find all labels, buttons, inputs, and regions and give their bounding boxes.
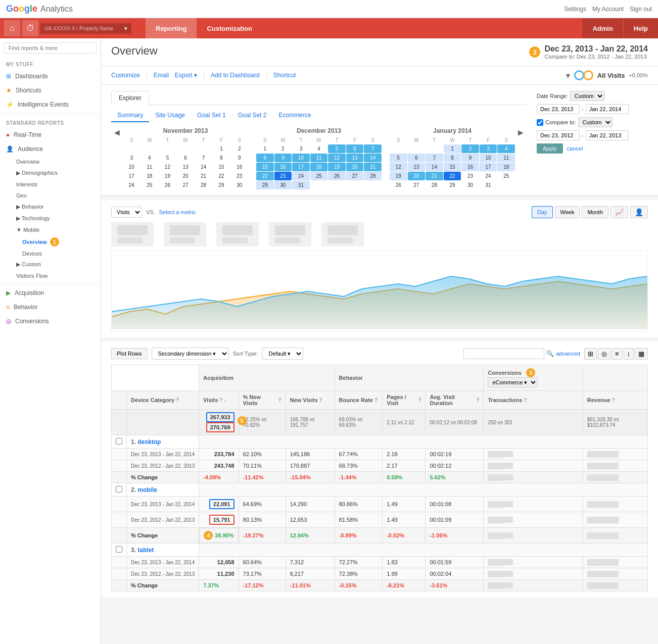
- table-search-input[interactable]: [463, 348, 544, 359]
- dr-end-input-2[interactable]: [586, 130, 629, 140]
- sidebar-subitem-geo[interactable]: Geo: [0, 190, 101, 201]
- device-help-icon[interactable]: ?: [176, 398, 179, 403]
- my-account-link[interactable]: My Account: [592, 6, 624, 13]
- dr-end-input-1[interactable]: [586, 104, 629, 114]
- new-visits-help-icon[interactable]: ?: [319, 398, 322, 403]
- grid-icon: ⊞: [6, 73, 11, 80]
- sidebar-subitem-technology[interactable]: ▶ Technology: [0, 213, 101, 224]
- dr-start-input-1[interactable]: [537, 104, 580, 114]
- dr-range-label: Date Range:: [537, 93, 568, 99]
- customization-tab[interactable]: Customization: [197, 18, 262, 38]
- day-btn[interactable]: Day: [532, 206, 553, 218]
- admin-btn[interactable]: Admin: [582, 18, 623, 38]
- report-tab-goal2[interactable]: Goal Set 2: [232, 109, 273, 122]
- settings-link[interactable]: Settings: [565, 6, 586, 13]
- customize-btn[interactable]: Customize: [111, 72, 140, 79]
- reporting-tab[interactable]: Reporting: [146, 18, 197, 38]
- sidebar-subitem-mobile[interactable]: ▼ Mobile: [0, 224, 101, 235]
- blurred-val: ████: [488, 571, 513, 577]
- report-tab-goal1[interactable]: Goal Set 1: [191, 109, 232, 122]
- bar-chart-btn[interactable]: 👤: [630, 206, 648, 218]
- metric-box-1: [111, 222, 154, 246]
- visits-sort-arrow[interactable]: ↓: [224, 398, 226, 403]
- shortcut-btn[interactable]: Shortcut: [273, 72, 296, 79]
- sidebar-item-intelligence[interactable]: ⚡ Intelligence Events: [0, 97, 101, 112]
- th-checkbox: [112, 391, 127, 410]
- sidebar-visitors-flow[interactable]: Visitors Flow: [0, 270, 101, 281]
- help-btn[interactable]: Help: [623, 18, 658, 38]
- cal-next-btn[interactable]: ▶: [515, 127, 527, 137]
- sort-type-select[interactable]: Default ▾: [262, 348, 303, 360]
- report-tab-summary[interactable]: Summary: [111, 109, 149, 122]
- dr-apply-btn[interactable]: Apply: [537, 143, 563, 154]
- metric-label-4: [275, 237, 300, 243]
- dr-range-select[interactable]: Custom: [570, 91, 604, 101]
- compare-view-btn[interactable]: ↕: [624, 348, 634, 360]
- advanced-link[interactable]: advanced: [556, 351, 580, 357]
- row1-d2-pct-new: 70.11%: [239, 460, 286, 472]
- export-btn[interactable]: Export ▾: [175, 72, 197, 79]
- sidebar-subitem-interests[interactable]: Interests: [0, 179, 101, 190]
- sidebar-subitem-overview[interactable]: Overview: [0, 156, 101, 167]
- table-view-btn[interactable]: ⊞: [584, 348, 597, 360]
- dr-start-input-2[interactable]: [537, 130, 580, 140]
- visits-help-icon[interactable]: ?: [219, 398, 222, 403]
- dr-compare-checkbox[interactable]: [537, 119, 543, 126]
- dr-compare-select[interactable]: Custom: [578, 117, 613, 127]
- search-input[interactable]: [4, 42, 97, 54]
- segment-dropdown-arrow[interactable]: ▾: [566, 71, 570, 80]
- row1-chg-pages: 0.59%: [383, 472, 426, 483]
- sidebar-item-dashboards[interactable]: ⊞ Dashboards: [0, 69, 101, 83]
- pct-new-help-icon[interactable]: ?: [278, 398, 281, 403]
- sign-out-link[interactable]: Sign out: [630, 6, 652, 13]
- email-btn[interactable]: Email: [154, 72, 169, 79]
- plot-rows-btn[interactable]: Plot Rows: [111, 348, 148, 359]
- sidebar-item-conversions[interactable]: ◎ Conversions: [0, 314, 101, 328]
- bounce-help-icon[interactable]: ?: [374, 398, 378, 403]
- pages-help-icon[interactable]: ?: [418, 398, 421, 403]
- week-btn[interactable]: Week: [555, 206, 580, 218]
- property-selector[interactable]: UA-XXXXX-X / Property Name ▾: [40, 23, 131, 34]
- add-dashboard-btn[interactable]: Add to Dashboard: [211, 72, 260, 79]
- clock-icon-btn[interactable]: ⏱: [22, 20, 38, 36]
- home-icon-btn[interactable]: ⌂: [4, 20, 20, 36]
- dr-cancel-btn[interactable]: cancel: [567, 143, 583, 154]
- month-btn[interactable]: Month: [582, 206, 608, 218]
- report-tab-ecommerce[interactable]: Ecommerce: [272, 109, 317, 122]
- select-metric-link[interactable]: Select a metric: [159, 209, 196, 215]
- sidebar-item-shortcuts[interactable]: ★ Shortcuts: [0, 83, 101, 97]
- row1-d1-pages: 2.18: [383, 449, 426, 460]
- overview-sub-label: Overview: [16, 159, 39, 165]
- row2-device-link[interactable]: mobile: [137, 486, 157, 493]
- row2-date2-label: Dec 23, 2012 - Jan 22, 2013: [127, 512, 199, 528]
- secondary-dimension-select[interactable]: Secondary dimension ▾: [152, 348, 229, 360]
- row1-device-link[interactable]: desktop: [137, 438, 161, 445]
- sidebar-item-acquisition[interactable]: ▶ Acquisition: [0, 286, 101, 300]
- revenue-help-icon[interactable]: ?: [612, 398, 615, 403]
- blurred-val: ████: [488, 451, 513, 457]
- cal-prev-btn[interactable]: ◀: [111, 127, 123, 137]
- trans-help-icon[interactable]: ?: [524, 398, 527, 403]
- blurred-val: ████████: [587, 474, 619, 480]
- sidebar-item-realtime[interactable]: ● Real-Time: [0, 128, 101, 142]
- sidebar-item-behavior[interactable]: ≡ Behavior: [0, 300, 101, 314]
- line-chart-btn[interactable]: 📈: [610, 206, 628, 218]
- sidebar-subitem-behavior[interactable]: ▶ Behavior: [0, 201, 101, 213]
- metric-select[interactable]: Visits: [111, 207, 142, 218]
- cal-november: November 2013 SMTWTFS 12 3456789 1011121…: [123, 127, 248, 189]
- ecommerce-select[interactable]: eCommerce ▾: [488, 377, 538, 387]
- row3-device-link[interactable]: tablet: [137, 547, 154, 554]
- list-view-btn[interactable]: ≡: [612, 348, 623, 360]
- bar-view-btn[interactable]: ▦: [635, 348, 648, 360]
- pie-view-btn[interactable]: ◎: [598, 348, 610, 360]
- technology-arrow: ▶: [16, 215, 20, 221]
- explorer-tab[interactable]: Explorer: [111, 91, 149, 105]
- avg-dur-help-icon[interactable]: ?: [476, 398, 479, 403]
- sidebar-subitem-custom[interactable]: ▶ Custom: [0, 259, 101, 270]
- sidebar-subitem-demographics[interactable]: ▶ Demographics: [0, 167, 101, 179]
- sidebar-mobile-devices[interactable]: Devices: [0, 249, 101, 259]
- sidebar-item-audience[interactable]: 👤 Audience: [0, 142, 101, 156]
- report-tab-site-usage[interactable]: Site Usage: [149, 109, 191, 122]
- row3-device: 3. tablet: [127, 543, 199, 557]
- sidebar-mobile-overview[interactable]: Overview 1: [0, 235, 101, 249]
